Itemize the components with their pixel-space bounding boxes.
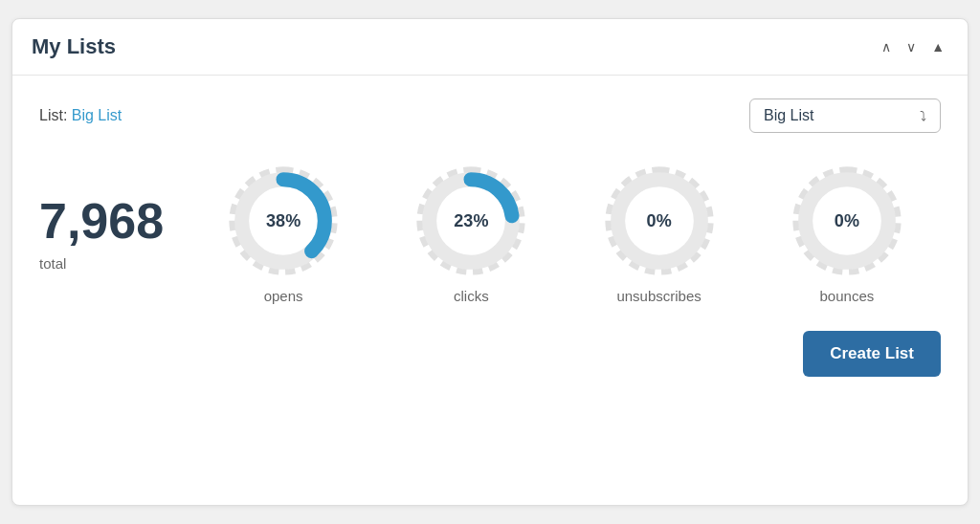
- widget-title: My Lists: [32, 34, 116, 59]
- stat-clicks: 23% clicks: [377, 164, 565, 304]
- list-selector-row: List: Big List Big List ⤵: [39, 98, 941, 133]
- unsubscribes-percent: 0%: [647, 211, 672, 231]
- stat-total: 7,968 total: [39, 196, 189, 272]
- header-controls: ∧ ∨ ▲: [878, 37, 948, 56]
- stats-row: 7,968 total 38% opens: [39, 164, 941, 304]
- create-list-button[interactable]: Create List: [803, 331, 941, 377]
- footer-row: Create List: [39, 331, 941, 377]
- my-lists-widget: My Lists ∧ ∨ ▲ List: Big List Big List ⤵…: [11, 18, 969, 506]
- stat-unsubscribes: 0% unsubscribes: [566, 164, 753, 304]
- list-label: List:: [39, 107, 67, 123]
- list-name-link[interactable]: Big List: [72, 107, 122, 123]
- collapse-up-button[interactable]: ∧: [878, 37, 895, 56]
- opens-donut: 38%: [226, 164, 341, 278]
- widget-header: My Lists ∧ ∨ ▲: [12, 19, 968, 76]
- opens-label: opens: [264, 288, 303, 304]
- stat-bounces: 0% bounces: [753, 164, 941, 304]
- opens-percent: 38%: [266, 211, 301, 231]
- collapse-down-button[interactable]: ∨: [902, 37, 920, 56]
- clicks-donut: 23%: [413, 164, 528, 278]
- clicks-percent: 23%: [454, 211, 488, 231]
- list-dropdown-value: Big List: [764, 107, 813, 124]
- stat-opens: 38% opens: [189, 164, 377, 304]
- unsubscribes-label: unsubscribes: [616, 288, 701, 304]
- list-label-group: List: Big List: [39, 107, 122, 124]
- unsubscribes-donut: 0%: [602, 164, 717, 278]
- chevron-down-icon: ⤵: [920, 108, 926, 123]
- move-up-button[interactable]: ▲: [927, 37, 948, 56]
- bounces-label: bounces: [820, 288, 875, 304]
- clicks-label: clicks: [454, 288, 489, 304]
- bounces-percent: 0%: [835, 211, 859, 231]
- total-label: total: [39, 255, 66, 272]
- bounces-donut: 0%: [790, 164, 904, 278]
- total-value: 7,968: [39, 196, 164, 246]
- widget-body: List: Big List Big List ⤵ 7,968 total: [12, 76, 968, 404]
- list-dropdown[interactable]: Big List ⤵: [749, 98, 941, 133]
